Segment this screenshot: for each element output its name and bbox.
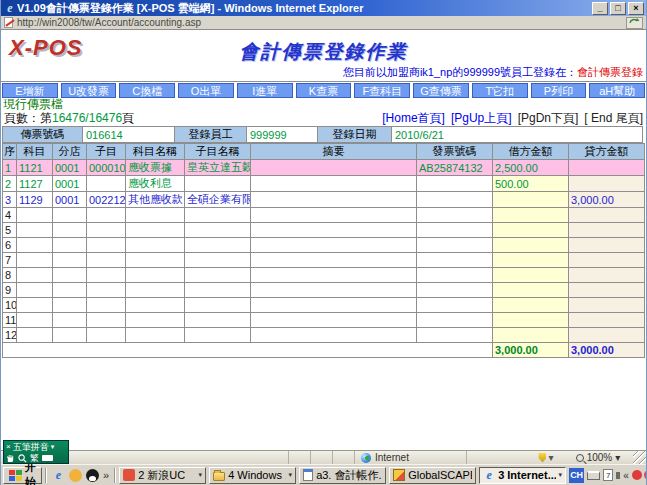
cell-account[interactable] (17, 238, 53, 253)
cell-invoice[interactable] (417, 238, 493, 253)
cell-invoice[interactable] (417, 223, 493, 238)
cell-account_name[interactable] (126, 283, 185, 298)
cell-invoice[interactable] (417, 208, 493, 223)
cell-sub_name[interactable] (185, 268, 251, 283)
cell-debit[interactable] (493, 223, 569, 238)
voucher-no-value[interactable]: 016614 (83, 127, 175, 143)
cell-memo[interactable] (251, 208, 417, 223)
cell-credit[interactable] (569, 313, 645, 328)
cell-sub[interactable] (87, 176, 126, 192)
language-indicator[interactable]: CH (569, 468, 584, 483)
start-button[interactable]: 开始 (3, 467, 42, 484)
cell-credit[interactable] (569, 238, 645, 253)
ime-close-icon[interactable]: × (6, 442, 11, 452)
cell-branch[interactable]: 0001 (53, 160, 87, 176)
cell-account[interactable]: 1127 (17, 176, 53, 192)
cell-debit[interactable] (493, 192, 569, 208)
cell-memo[interactable] (251, 238, 417, 253)
cell-sub[interactable] (87, 223, 126, 238)
cell-sub_name[interactable] (185, 313, 251, 328)
cell-invoice[interactable] (417, 298, 493, 313)
cell-account[interactable] (17, 298, 53, 313)
cell-account[interactable] (17, 283, 53, 298)
ime-hand-icon[interactable] (6, 454, 15, 463)
taskbar-button[interactable]: 2 新浪UC▾ (119, 467, 206, 484)
cell-account[interactable] (17, 313, 53, 328)
cell-account_name[interactable] (126, 313, 185, 328)
toolbar-button[interactable]: G查傳票 (413, 83, 469, 98)
cell-sub[interactable]: 000010 (87, 160, 126, 176)
cell-account[interactable] (17, 328, 53, 343)
toolbar-button[interactable]: C換檔 (119, 83, 175, 98)
cell-memo[interactable] (251, 313, 417, 328)
notepad-badge-icon[interactable]: 7 (603, 469, 613, 481)
cell-branch[interactable]: 0001 (53, 192, 87, 208)
cell-account[interactable]: 1121 (17, 160, 53, 176)
resize-grip[interactable] (633, 451, 646, 464)
ime-traditional-toggle[interactable]: 繁 (30, 452, 39, 465)
zoom-control[interactable]: 100% ▾ (563, 452, 633, 463)
ime-arrow-icon[interactable]: ▾ (51, 442, 55, 452)
cell-branch[interactable] (53, 313, 87, 328)
toolbar-button[interactable]: O出單 (178, 83, 234, 98)
cell-sub[interactable] (87, 238, 126, 253)
cell-debit[interactable] (493, 298, 569, 313)
cell-account[interactable] (17, 268, 53, 283)
cell-branch[interactable] (53, 223, 87, 238)
cell-account_name[interactable] (126, 238, 185, 253)
cell-branch[interactable] (53, 208, 87, 223)
cell-memo[interactable] (251, 176, 417, 192)
cell-memo[interactable] (251, 328, 417, 343)
cell-sub_name[interactable] (185, 253, 251, 268)
cell-memo[interactable] (251, 253, 417, 268)
cell-branch[interactable] (53, 283, 87, 298)
cell-branch[interactable] (53, 298, 87, 313)
cell-invoice[interactable] (417, 176, 493, 192)
employee-value[interactable]: 999999 (247, 127, 318, 143)
toolbar-button[interactable]: E增新 (2, 83, 58, 98)
cell-memo[interactable] (251, 192, 417, 208)
cell-account_name[interactable]: 應收票據 (126, 160, 185, 176)
address-url[interactable]: http://win2008/tw/Account/accounting.asp (17, 17, 622, 28)
toolbar-button[interactable]: I進單 (237, 83, 293, 98)
cell-credit[interactable] (569, 328, 645, 343)
cell-sub_name[interactable] (185, 223, 251, 238)
ime-toolbar[interactable]: × 五筆拼音 ▾ 繁 (3, 440, 69, 464)
cell-branch[interactable] (53, 328, 87, 343)
cell-sub_name[interactable] (185, 238, 251, 253)
uc-icon[interactable] (69, 469, 82, 482)
pager-link[interactable]: [ End 尾頁] (584, 111, 643, 125)
qq-icon[interactable] (86, 469, 99, 482)
cell-credit[interactable]: 3,000.00 (569, 192, 645, 208)
cell-sub_name[interactable]: 全碩企業有限 (185, 192, 251, 208)
cell-sub_name[interactable]: 皇英立達五穀豐收 (185, 160, 251, 176)
cell-sub[interactable] (87, 268, 126, 283)
maximize-button[interactable]: □ (610, 2, 626, 15)
overflow-chevron[interactable]: » (103, 469, 109, 481)
tray-small-icon[interactable] (616, 472, 620, 479)
cell-sub[interactable] (87, 208, 126, 223)
qq-red-icon[interactable] (632, 470, 642, 480)
cell-sub_name[interactable] (185, 208, 251, 223)
cell-branch[interactable] (53, 253, 87, 268)
cell-sub[interactable] (87, 328, 126, 343)
cell-sub_name[interactable] (185, 283, 251, 298)
cell-invoice[interactable] (417, 192, 493, 208)
cell-account_name[interactable] (126, 298, 185, 313)
cell-sub[interactable] (87, 253, 126, 268)
cell-account_name[interactable]: 其他應收款 (126, 192, 185, 208)
cell-debit[interactable] (493, 328, 569, 343)
cell-credit[interactable] (569, 160, 645, 176)
cell-invoice[interactable] (417, 253, 493, 268)
cell-invoice[interactable] (417, 313, 493, 328)
cell-account_name[interactable] (126, 208, 185, 223)
cell-account_name[interactable] (126, 253, 185, 268)
cell-invoice[interactable] (417, 283, 493, 298)
toolbar-button[interactable]: F查科目 (354, 83, 410, 98)
cell-sub[interactable]: 002212 (87, 192, 126, 208)
cell-debit[interactable] (493, 253, 569, 268)
cell-credit[interactable] (569, 208, 645, 223)
cell-account_name[interactable]: 應收利息 (126, 176, 185, 192)
cell-memo[interactable] (251, 298, 417, 313)
cell-sub[interactable] (87, 283, 126, 298)
